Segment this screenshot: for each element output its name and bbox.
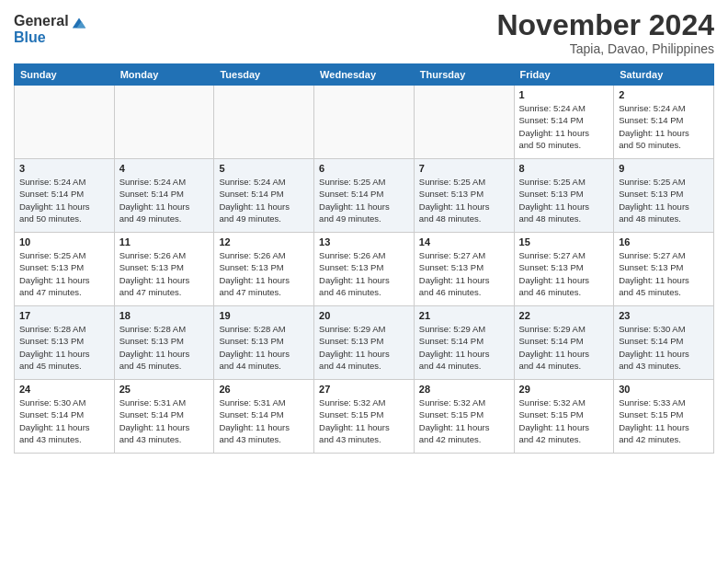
calendar-cell: 1Sunrise: 5:24 AMSunset: 5:14 PMDaylight…	[514, 86, 614, 159]
day-info: Sunrise: 5:33 AMSunset: 5:15 PMDaylight:…	[619, 396, 709, 445]
day-number: 25	[119, 384, 210, 395]
day-number: 12	[219, 236, 309, 247]
weekday-header-monday: Monday	[114, 64, 214, 86]
calendar-cell: 17Sunrise: 5:28 AMSunset: 5:13 PMDayligh…	[15, 306, 115, 380]
day-number: 14	[419, 236, 509, 247]
weekday-header-tuesday: Tuesday	[214, 64, 314, 86]
calendar-cell: 8Sunrise: 5:25 AMSunset: 5:13 PMDaylight…	[514, 159, 614, 233]
logo-general-text: General	[14, 13, 69, 29]
calendar-cell: 7Sunrise: 5:25 AMSunset: 5:13 PMDaylight…	[414, 159, 514, 233]
day-info: Sunrise: 5:30 AMSunset: 5:14 PMDaylight:…	[619, 323, 709, 372]
day-info: Sunrise: 5:25 AMSunset: 5:13 PMDaylight:…	[519, 176, 609, 224]
weekday-header-sunday: Sunday	[15, 64, 115, 86]
day-info: Sunrise: 5:29 AMSunset: 5:14 PMDaylight:…	[519, 323, 609, 372]
day-info: Sunrise: 5:25 AMSunset: 5:14 PMDaylight:…	[319, 176, 409, 224]
day-number: 4	[119, 163, 210, 174]
calendar-cell: 2Sunrise: 5:24 AMSunset: 5:14 PMDaylight…	[614, 86, 714, 159]
day-info: Sunrise: 5:28 AMSunset: 5:13 PMDaylight:…	[119, 323, 210, 372]
day-number: 10	[19, 236, 109, 247]
month-title: November 2024	[496, 9, 714, 41]
day-info: Sunrise: 5:31 AMSunset: 5:14 PMDaylight:…	[119, 396, 210, 445]
calendar-cell	[314, 86, 415, 159]
day-info: Sunrise: 5:29 AMSunset: 5:14 PMDaylight:…	[419, 323, 509, 372]
day-number: 30	[619, 384, 709, 395]
calendar-cell: 25Sunrise: 5:31 AMSunset: 5:14 PMDayligh…	[114, 380, 214, 454]
day-number: 18	[119, 310, 210, 321]
day-info: Sunrise: 5:32 AMSunset: 5:15 PMDaylight:…	[519, 396, 609, 445]
calendar-week-row: 3Sunrise: 5:24 AMSunset: 5:14 PMDaylight…	[15, 159, 714, 233]
day-info: Sunrise: 5:28 AMSunset: 5:13 PMDaylight:…	[219, 323, 309, 372]
calendar-cell	[414, 86, 514, 159]
calendar-week-row: 10Sunrise: 5:25 AMSunset: 5:13 PMDayligh…	[15, 233, 714, 306]
calendar-cell: 16Sunrise: 5:27 AMSunset: 5:13 PMDayligh…	[614, 233, 714, 306]
day-number: 23	[619, 310, 709, 321]
calendar-cell: 15Sunrise: 5:27 AMSunset: 5:13 PMDayligh…	[514, 233, 614, 306]
calendar-page: General Blue November 2024 Tapia, Davao,…	[0, 0, 728, 563]
logo-blue-text: Blue	[14, 29, 69, 46]
day-number: 3	[19, 163, 109, 174]
calendar-cell: 30Sunrise: 5:33 AMSunset: 5:15 PMDayligh…	[614, 380, 714, 454]
logo: General Blue	[14, 13, 87, 45]
day-number: 26	[219, 384, 309, 395]
day-info: Sunrise: 5:29 AMSunset: 5:13 PMDaylight:…	[319, 323, 409, 372]
logo-icon	[71, 15, 87, 31]
day-info: Sunrise: 5:24 AMSunset: 5:14 PMDaylight:…	[519, 102, 609, 151]
calendar-week-row: 1Sunrise: 5:24 AMSunset: 5:14 PMDaylight…	[15, 86, 714, 159]
day-number: 11	[119, 236, 210, 247]
day-number: 16	[619, 236, 709, 247]
day-number: 28	[419, 384, 509, 395]
day-info: Sunrise: 5:27 AMSunset: 5:13 PMDaylight:…	[519, 249, 609, 298]
calendar-cell: 27Sunrise: 5:32 AMSunset: 5:15 PMDayligh…	[314, 380, 415, 454]
weekday-header-wednesday: Wednesday	[314, 64, 415, 86]
weekday-header-saturday: Saturday	[614, 64, 714, 86]
day-number: 7	[419, 163, 509, 174]
calendar-week-row: 17Sunrise: 5:28 AMSunset: 5:13 PMDayligh…	[15, 306, 714, 380]
weekday-header-row: SundayMondayTuesdayWednesdayThursdayFrid…	[15, 64, 714, 86]
weekday-header-friday: Friday	[514, 64, 614, 86]
calendar-cell: 19Sunrise: 5:28 AMSunset: 5:13 PMDayligh…	[214, 306, 314, 380]
day-number: 8	[519, 163, 609, 174]
day-number: 17	[19, 310, 109, 321]
day-number: 22	[519, 310, 609, 321]
day-info: Sunrise: 5:24 AMSunset: 5:14 PMDaylight:…	[19, 176, 109, 224]
calendar-cell	[114, 86, 214, 159]
calendar-cell: 24Sunrise: 5:30 AMSunset: 5:14 PMDayligh…	[15, 380, 115, 454]
calendar-cell: 22Sunrise: 5:29 AMSunset: 5:14 PMDayligh…	[514, 306, 614, 380]
day-info: Sunrise: 5:24 AMSunset: 5:14 PMDaylight:…	[219, 176, 309, 224]
calendar-cell: 10Sunrise: 5:25 AMSunset: 5:13 PMDayligh…	[15, 233, 115, 306]
location: Tapia, Davao, Philippines	[496, 41, 714, 56]
day-info: Sunrise: 5:28 AMSunset: 5:13 PMDaylight:…	[19, 323, 109, 372]
day-number: 20	[319, 310, 409, 321]
day-info: Sunrise: 5:32 AMSunset: 5:15 PMDaylight:…	[419, 396, 509, 445]
calendar-cell: 5Sunrise: 5:24 AMSunset: 5:14 PMDaylight…	[214, 159, 314, 233]
day-info: Sunrise: 5:32 AMSunset: 5:15 PMDaylight:…	[319, 396, 409, 445]
calendar-cell: 23Sunrise: 5:30 AMSunset: 5:14 PMDayligh…	[614, 306, 714, 380]
day-info: Sunrise: 5:26 AMSunset: 5:13 PMDaylight:…	[319, 249, 409, 298]
day-number: 13	[319, 236, 409, 247]
day-info: Sunrise: 5:27 AMSunset: 5:13 PMDaylight:…	[419, 249, 509, 298]
title-block: November 2024 Tapia, Davao, Philippines	[496, 9, 714, 56]
day-number: 29	[519, 384, 609, 395]
day-info: Sunrise: 5:25 AMSunset: 5:13 PMDaylight:…	[619, 176, 709, 224]
calendar-cell: 26Sunrise: 5:31 AMSunset: 5:14 PMDayligh…	[214, 380, 314, 454]
day-info: Sunrise: 5:30 AMSunset: 5:14 PMDaylight:…	[19, 396, 109, 445]
day-number: 24	[19, 384, 109, 395]
calendar-week-row: 24Sunrise: 5:30 AMSunset: 5:14 PMDayligh…	[15, 380, 714, 454]
day-info: Sunrise: 5:24 AMSunset: 5:14 PMDaylight:…	[619, 102, 709, 151]
day-info: Sunrise: 5:27 AMSunset: 5:13 PMDaylight:…	[619, 249, 709, 298]
calendar-cell	[214, 86, 314, 159]
calendar-cell: 3Sunrise: 5:24 AMSunset: 5:14 PMDaylight…	[15, 159, 115, 233]
day-info: Sunrise: 5:26 AMSunset: 5:13 PMDaylight:…	[219, 249, 309, 298]
calendar-cell: 29Sunrise: 5:32 AMSunset: 5:15 PMDayligh…	[514, 380, 614, 454]
day-number: 27	[319, 384, 409, 395]
day-info: Sunrise: 5:25 AMSunset: 5:13 PMDaylight:…	[419, 176, 509, 224]
day-number: 19	[219, 310, 309, 321]
calendar-cell: 9Sunrise: 5:25 AMSunset: 5:13 PMDaylight…	[614, 159, 714, 233]
calendar-cell: 6Sunrise: 5:25 AMSunset: 5:14 PMDaylight…	[314, 159, 415, 233]
calendar-cell: 28Sunrise: 5:32 AMSunset: 5:15 PMDayligh…	[414, 380, 514, 454]
day-number: 15	[519, 236, 609, 247]
day-number: 9	[619, 163, 709, 174]
weekday-header-thursday: Thursday	[414, 64, 514, 86]
calendar-cell: 20Sunrise: 5:29 AMSunset: 5:13 PMDayligh…	[314, 306, 415, 380]
calendar-cell: 12Sunrise: 5:26 AMSunset: 5:13 PMDayligh…	[214, 233, 314, 306]
